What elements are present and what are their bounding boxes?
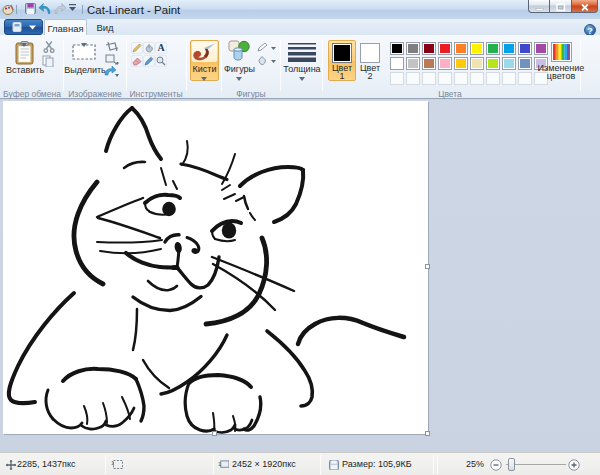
svg-text:1: 1 <box>218 461 221 467</box>
